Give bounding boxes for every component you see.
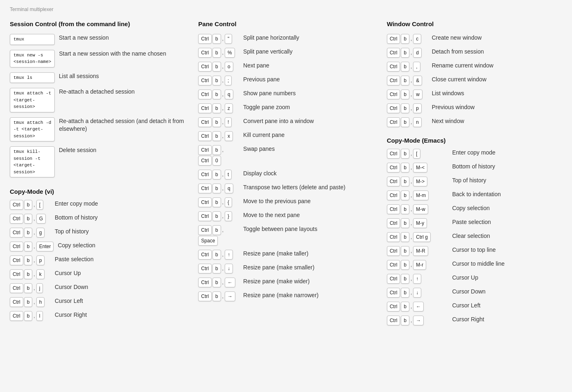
shortcut-desc: Split pane vertically bbox=[243, 48, 293, 56]
ctrl-key: Ctrl bbox=[387, 260, 400, 270]
separator: , bbox=[222, 293, 224, 299]
b-key: b bbox=[212, 184, 221, 193]
shortcut-desc: Toggle between pane layouts bbox=[243, 225, 317, 233]
shortcut-desc: Cursor to middle line bbox=[452, 260, 505, 268]
semicolon-key: ; bbox=[225, 76, 232, 85]
shortcut-desc: Kill current pane bbox=[243, 131, 284, 139]
ctrl-key: Ctrl bbox=[10, 255, 23, 265]
q-key: q bbox=[225, 90, 233, 99]
shortcut-desc: Resize pane (make narrower) bbox=[243, 291, 318, 300]
shortcut-desc: Re-attach a detached session bbox=[59, 88, 134, 96]
c-key: c bbox=[413, 34, 421, 44]
ctrl-key: Ctrl bbox=[387, 48, 400, 58]
list-item: Ctrl b , & Close current window bbox=[387, 76, 562, 85]
o-key: o bbox=[225, 62, 233, 72]
shortcut-desc: Cursor Right bbox=[452, 316, 485, 324]
list-item: Ctrl b , ← Cursor Left bbox=[387, 302, 562, 311]
ctrl-key: Ctrl bbox=[198, 90, 212, 99]
cmd-key: tmux ls bbox=[10, 72, 55, 83]
list-item: Ctrl b , n Next window bbox=[387, 117, 562, 127]
list-item: tmux new -s<session-name> Start a new se… bbox=[10, 50, 185, 68]
lbrace-key: { bbox=[225, 197, 232, 207]
cmd-key: tmux attach -d-t <target-session> bbox=[10, 117, 55, 142]
ctrl-key: Ctrl bbox=[10, 297, 23, 307]
separator: , bbox=[33, 202, 35, 208]
ctrl-key: Ctrl bbox=[198, 291, 212, 301]
list-item: Ctrl b , M-r Cursor to middle line bbox=[387, 260, 562, 270]
shortcut-desc: Delete session bbox=[59, 146, 96, 155]
b-key: b bbox=[401, 177, 409, 186]
list-item: Ctrl b , o Next pane bbox=[198, 62, 373, 72]
ctrl-key: Ctrl bbox=[198, 211, 212, 221]
list-item: Ctrl b , M-< Bottom of history bbox=[387, 163, 562, 172]
b-key: b bbox=[212, 62, 221, 72]
ctrl-key: Ctrl bbox=[387, 246, 400, 256]
n-key: n bbox=[413, 117, 422, 127]
shortcut-desc: Detach from session bbox=[432, 48, 484, 56]
b-key: b bbox=[401, 190, 409, 200]
p-key2: p bbox=[413, 103, 422, 113]
list-item: Ctrl b , ← Resize pane (make wider) bbox=[198, 278, 373, 287]
ctrl-key: Ctrl bbox=[198, 76, 212, 85]
shortcut-desc: Cursor Left bbox=[55, 297, 83, 305]
separator: , bbox=[222, 227, 224, 233]
ctrl-key: Ctrl bbox=[387, 117, 400, 127]
left-arrow-key: ← bbox=[225, 278, 235, 287]
ctrl-key: Ctrl bbox=[387, 149, 400, 159]
mr-key: M-r bbox=[413, 260, 426, 270]
ctrl-key: Ctrl bbox=[387, 232, 400, 242]
t-key: t bbox=[225, 170, 232, 179]
ctrl-key: Ctrl bbox=[198, 250, 212, 260]
separator: , bbox=[33, 271, 35, 277]
separator: , bbox=[410, 119, 412, 125]
b-key: b bbox=[401, 316, 409, 325]
separator: , bbox=[222, 266, 224, 271]
shortcut-desc: Resize pane (make taller) bbox=[243, 250, 308, 258]
ctrl0-key: Ctrl bbox=[198, 156, 212, 166]
list-item: Ctrl b , j Cursor Down bbox=[10, 283, 185, 293]
list-item: Ctrl b , M-y Paste selection bbox=[387, 218, 562, 228]
b-key: b bbox=[401, 149, 409, 159]
b-key: b bbox=[401, 260, 409, 270]
ctrl-key: Ctrl bbox=[198, 170, 212, 179]
ctrl-key: Ctrl bbox=[387, 204, 400, 214]
separator: , bbox=[410, 304, 412, 309]
ctrl-key: Ctrl bbox=[387, 302, 400, 311]
list-item: Ctrl b , t Display clock bbox=[198, 170, 373, 179]
ctrlg-key: Ctrl g bbox=[413, 232, 431, 242]
list-item: Ctrl b , x Kill current pane bbox=[198, 131, 373, 141]
ctrl-key: Ctrl bbox=[10, 214, 23, 224]
separator: , bbox=[222, 105, 224, 111]
b-key: b bbox=[212, 76, 221, 85]
shortcut-desc: Resize pane (make smaller) bbox=[243, 264, 314, 272]
b-key: b bbox=[401, 62, 409, 72]
separator: , bbox=[410, 234, 412, 240]
p-key: p bbox=[36, 255, 45, 265]
ctrl-key: Ctrl bbox=[387, 62, 400, 72]
down-key: ↓ bbox=[413, 288, 421, 298]
ctrl-key: Ctrl bbox=[387, 274, 400, 284]
b-key: b bbox=[212, 145, 221, 155]
separator: , bbox=[222, 133, 224, 139]
copy-mode-emacs-title: Copy-Mode (Emacs) bbox=[387, 137, 562, 144]
list-item: Ctrl b , h Cursor Left bbox=[10, 297, 185, 307]
down-arrow-key: ↓ bbox=[225, 264, 233, 273]
multi-keys: Ctrl b , Ctrl 0 bbox=[198, 145, 239, 166]
b-key: b bbox=[24, 242, 33, 251]
b-key: b bbox=[24, 269, 33, 279]
list-item: Ctrl b , } Move to the next pane bbox=[198, 211, 373, 221]
list-item: tmux kill-session -t<target-session> Del… bbox=[10, 146, 185, 178]
cmd-key: tmux bbox=[10, 34, 55, 45]
shortcut-desc: Bottom of history bbox=[55, 214, 98, 222]
separator: , bbox=[222, 213, 224, 219]
ctrl-key: Ctrl bbox=[387, 76, 400, 85]
list-item: Ctrl b , ! Convert pane into a window bbox=[198, 117, 373, 127]
shortcut-desc: Cursor Down bbox=[55, 283, 88, 291]
b-key: b bbox=[401, 163, 409, 172]
b-key: b bbox=[212, 34, 221, 44]
separator: , bbox=[33, 313, 35, 319]
column-session: Session Control (from the command line) … bbox=[10, 20, 185, 325]
up-arrow-key: ↑ bbox=[225, 250, 233, 260]
ctrl-key: Ctrl bbox=[387, 163, 400, 172]
separator: , bbox=[410, 78, 412, 83]
